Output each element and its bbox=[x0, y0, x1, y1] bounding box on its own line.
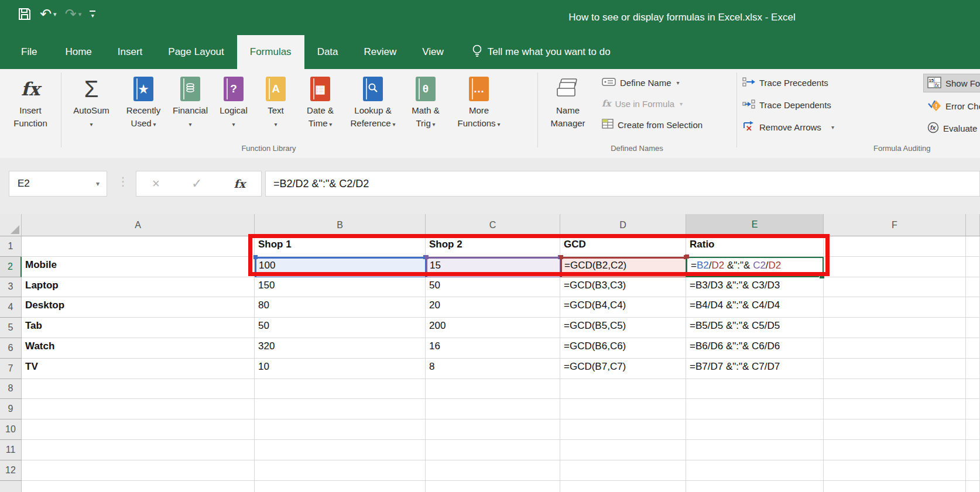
button-more-functions[interactable]: …MoreFunctions ▾ bbox=[450, 70, 508, 130]
cell-B11[interactable] bbox=[255, 440, 426, 460]
button-text[interactable]: AText▾ bbox=[255, 70, 296, 130]
button-remove-arrows[interactable]: ✕Remove Arrows▾ bbox=[742, 118, 834, 136]
cell-G12[interactable] bbox=[966, 460, 980, 481]
cell-D9[interactable] bbox=[560, 399, 686, 419]
cell-F12[interactable] bbox=[824, 460, 966, 481]
cell-B3[interactable]: 150 bbox=[255, 277, 426, 298]
cell-A5[interactable]: Tab bbox=[22, 318, 255, 338]
button-lookup-reference[interactable]: Lookup &Reference ▾ bbox=[344, 70, 402, 130]
enter-button[interactable]: ✓ bbox=[191, 176, 202, 191]
cell-F4[interactable] bbox=[824, 297, 966, 318]
cell-B6[interactable]: 320 bbox=[255, 338, 426, 359]
cell-G1[interactable] bbox=[966, 236, 980, 257]
cell-B7[interactable]: 10 bbox=[255, 359, 426, 379]
cell-E1[interactable]: Ratio bbox=[686, 236, 824, 257]
row-header-9[interactable]: 9 bbox=[0, 399, 22, 419]
cell-E7[interactable]: =B7/D7 &":"& C7/D7 bbox=[686, 359, 824, 379]
row-header-7[interactable]: 7 bbox=[0, 359, 22, 379]
cell-F7[interactable] bbox=[824, 359, 966, 379]
tab-data[interactable]: Data bbox=[304, 35, 351, 69]
cell-A8[interactable] bbox=[22, 379, 255, 400]
cell-D5[interactable]: =GCD(B5,C5) bbox=[560, 318, 686, 338]
button-recently-used[interactable]: ★RecentlyUsed ▾ bbox=[118, 70, 169, 130]
cell-C9[interactable] bbox=[426, 399, 560, 419]
button-trace-dependents[interactable]: Trace Dependents bbox=[742, 96, 834, 113]
formula-input[interactable]: =B2/D2 &":"& C2/D2 bbox=[265, 171, 980, 197]
column-header-C[interactable]: C bbox=[426, 214, 560, 236]
cell-E8[interactable] bbox=[686, 379, 824, 400]
cell-F5[interactable] bbox=[824, 318, 966, 338]
cell-C4[interactable]: 20 bbox=[426, 297, 560, 318]
button-show-formulas[interactable]: 15fxShow Formulas bbox=[923, 74, 980, 92]
cell-G3[interactable] bbox=[966, 277, 980, 298]
cell-D11[interactable] bbox=[560, 440, 686, 460]
cell-D1[interactable]: GCD bbox=[560, 236, 686, 257]
cell-B10[interactable] bbox=[255, 419, 426, 440]
button-autosum[interactable]: ΣAutoSum▾ bbox=[64, 70, 118, 130]
cell-F8[interactable] bbox=[824, 379, 966, 400]
column-header-F[interactable]: F bbox=[824, 214, 966, 236]
cell-D8[interactable] bbox=[560, 379, 686, 400]
row-header-11[interactable]: 11 bbox=[0, 440, 22, 460]
cell-G8[interactable] bbox=[966, 379, 980, 400]
cell-F10[interactable] bbox=[824, 419, 966, 440]
cell-G10[interactable] bbox=[966, 419, 980, 440]
cell-A6[interactable]: Watch bbox=[22, 338, 255, 359]
cell-F9[interactable] bbox=[824, 399, 966, 419]
cell-C8[interactable] bbox=[426, 379, 560, 400]
redo-button[interactable]: ↷▾ bbox=[65, 7, 82, 21]
cell-D2[interactable]: =GCD(B2,C2) bbox=[560, 257, 686, 277]
column-header-B[interactable]: B bbox=[255, 214, 426, 236]
tab-formulas[interactable]: Formulas bbox=[237, 35, 304, 69]
cell-G7[interactable] bbox=[966, 359, 980, 379]
button-insert-function[interactable]: fxInsertFunction bbox=[4, 70, 57, 130]
cell-C7[interactable]: 8 bbox=[426, 359, 560, 379]
column-header-D[interactable]: D bbox=[560, 214, 686, 236]
cell-F11[interactable] bbox=[824, 440, 966, 460]
row-header-2[interactable]: 2 bbox=[0, 257, 22, 277]
button-math-trig[interactable]: θMath &Trig ▾ bbox=[402, 70, 450, 130]
row-header-1[interactable]: 1 bbox=[0, 236, 22, 257]
cell-G2[interactable] bbox=[966, 257, 980, 277]
cell-D10[interactable] bbox=[560, 419, 686, 440]
cell-E12[interactable] bbox=[686, 460, 824, 481]
save-button[interactable] bbox=[18, 7, 32, 21]
cell-C6[interactable]: 16 bbox=[426, 338, 560, 359]
button-date-time[interactable]: ▦Date &Time ▾ bbox=[296, 70, 344, 130]
customize-quick-access-button[interactable]: ▾ bbox=[90, 11, 95, 18]
button-logical[interactable]: ?Logical▾ bbox=[212, 70, 255, 130]
select-all-corner[interactable] bbox=[0, 214, 22, 236]
row-header-12[interactable]: 12 bbox=[0, 460, 22, 481]
cell-A9[interactable] bbox=[22, 399, 255, 419]
row-header-10[interactable]: 10 bbox=[0, 419, 22, 440]
cell-G5[interactable] bbox=[966, 318, 980, 338]
button-trace-precedents[interactable]: Trace Precedents bbox=[742, 74, 834, 91]
cell-E3[interactable]: =B3/D3 &":"& C3/D3 bbox=[686, 277, 824, 298]
cell-C2[interactable]: 15 bbox=[426, 257, 560, 277]
cell-D7[interactable]: =GCD(B7,C7) bbox=[560, 359, 686, 379]
cell-G6[interactable] bbox=[966, 338, 980, 359]
tab-review[interactable]: Review bbox=[351, 35, 410, 69]
button-error-checking[interactable]: !Error Checking bbox=[927, 97, 980, 115]
cell-D6[interactable]: =GCD(B6,C6) bbox=[560, 338, 686, 359]
cell-E4[interactable]: =B4/D4 &":"& C4/D4 bbox=[686, 297, 824, 318]
cell-A3[interactable]: Laptop bbox=[22, 277, 255, 298]
cell-B9[interactable] bbox=[255, 399, 426, 419]
row-header-6[interactable]: 6 bbox=[0, 338, 22, 359]
button-define-name[interactable]: Define Name▾ bbox=[602, 74, 703, 91]
name-box[interactable]: E2 ▾ bbox=[9, 171, 107, 197]
cell-A10[interactable] bbox=[22, 419, 255, 440]
row-header-3[interactable]: 3 bbox=[0, 277, 22, 298]
cell-F2[interactable] bbox=[824, 257, 966, 277]
column-header-A[interactable]: A bbox=[22, 214, 255, 236]
cell-B8[interactable] bbox=[255, 379, 426, 400]
cell-D12[interactable] bbox=[560, 460, 686, 481]
cell-G11[interactable] bbox=[966, 440, 980, 460]
cell-B12[interactable] bbox=[255, 460, 426, 481]
cell-C1[interactable]: Shop 2 bbox=[426, 236, 560, 257]
cell-B4[interactable]: 80 bbox=[255, 297, 426, 318]
name-box-dropdown-arrow[interactable]: ▾ bbox=[96, 180, 107, 188]
button-evaluate-formula[interactable]: fxEvaluate Formula bbox=[927, 119, 980, 137]
undo-dropdown-arrow[interactable]: ▾ bbox=[53, 11, 57, 18]
row-header-4[interactable]: 4 bbox=[0, 297, 22, 318]
